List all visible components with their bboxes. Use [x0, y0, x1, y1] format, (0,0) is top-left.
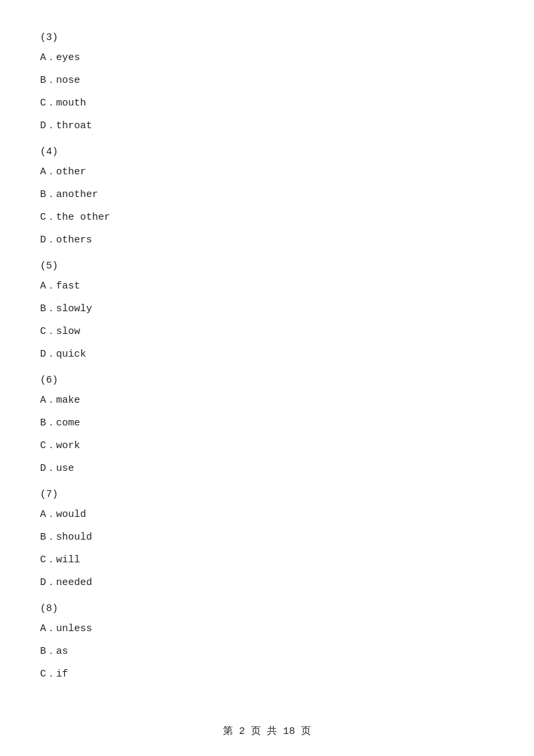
option-q3-b: B．nose [40, 73, 494, 89]
option-q4-c: C．the other [40, 210, 494, 226]
option-q5-d: D．quick [40, 347, 494, 363]
question-number-4: (4) [40, 146, 494, 158]
option-q7-b: B．should [40, 530, 494, 546]
question-number-6: (6) [40, 375, 494, 386]
option-q3-d: D．throat [40, 118, 494, 134]
question-number-3: (3) [40, 32, 494, 43]
option-q6-b: B．come [40, 415, 494, 431]
question-number-8: (8) [40, 603, 494, 614]
question-number-5: (5) [40, 260, 494, 272]
option-q8-c: C．if [40, 667, 494, 683]
option-q3-c: C．mouth [40, 96, 494, 112]
option-q4-b: B．another [40, 187, 494, 203]
option-q7-d: D．needed [40, 575, 494, 591]
option-q6-c: C．work [40, 438, 494, 454]
option-q4-a: A．other [40, 164, 494, 180]
main-content: (3)A．eyesB．noseC．mouthD．throat(4)A．other… [0, 0, 534, 729]
question-number-7: (7) [40, 489, 494, 500]
option-q4-d: D．others [40, 232, 494, 248]
option-q8-a: A．unless [40, 621, 494, 637]
option-q5-b: B．slowly [40, 301, 494, 317]
option-q5-a: A．fast [40, 278, 494, 295]
option-q6-a: A．make [40, 393, 494, 409]
option-q8-b: B．as [40, 644, 494, 660]
option-q7-a: A．would [40, 507, 494, 523]
option-q3-a: A．eyes [40, 50, 494, 66]
option-q6-d: D．use [40, 461, 494, 477]
option-q7-c: C．will [40, 552, 494, 568]
page-footer: 第 2 页 共 18 页 [0, 725, 534, 737]
option-q5-c: C．slow [40, 324, 494, 340]
